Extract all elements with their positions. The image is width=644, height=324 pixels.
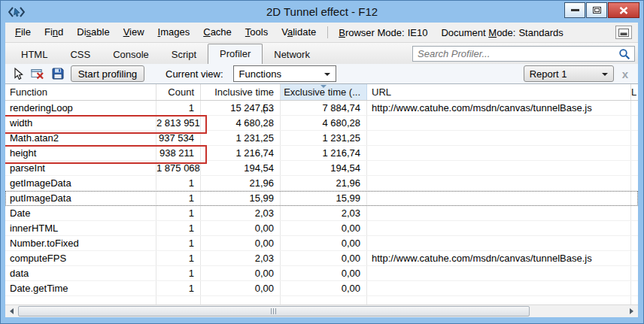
report-select-value: Report 1 xyxy=(530,68,567,80)
select-element-button[interactable] xyxy=(12,68,24,80)
table-row[interactable]: Date 1 2,03 2,03 xyxy=(5,206,638,221)
maximize-button[interactable] xyxy=(586,2,607,18)
menu-disable[interactable]: Disable xyxy=(70,23,116,42)
tab-console[interactable]: Console xyxy=(102,46,160,64)
scroll-right-button[interactable] xyxy=(625,305,638,317)
cell-line xyxy=(631,131,638,145)
table-row-selected[interactable]: putImageData 1 15,99 15,99 xyxy=(5,191,638,206)
clear-report-button[interactable] xyxy=(31,68,45,80)
tab-network[interactable]: Network xyxy=(263,46,321,64)
table-row[interactable]: Date.getTime 1 0,00 0,00 xyxy=(5,281,638,296)
cell-count: 1 xyxy=(156,251,201,265)
menu-cache[interactable]: Cache xyxy=(196,23,238,42)
minimize-button[interactable] xyxy=(564,2,585,18)
cell-inclusive: 1 216,74 xyxy=(201,146,281,160)
cell-exclusive: 21,96 xyxy=(281,176,367,190)
table-row-annotated[interactable]: height 938 211 1 216,74 1 216,74 xyxy=(5,146,638,161)
menu-tools[interactable]: Tools xyxy=(238,23,275,42)
table-row[interactable]: Number.toFixed 1 0,00 0,00 xyxy=(5,236,638,251)
cell-count: 1 xyxy=(156,221,201,235)
document-mode-menu[interactable]: Document Mode: xyxy=(435,27,518,38)
column-header-count[interactable]: Count xyxy=(156,84,201,100)
menu-separator xyxy=(327,26,328,38)
menu-validate[interactable]: Validate xyxy=(275,23,323,42)
scroll-left-button[interactable] xyxy=(5,305,18,317)
tab-strip: HTML CSS Console Script Profiler Network xyxy=(5,43,638,64)
scrollbar-grip-icon xyxy=(271,308,278,314)
cell-line xyxy=(631,176,638,190)
cell-inclusive: 0,00 xyxy=(201,236,281,250)
save-report-button[interactable] xyxy=(52,68,64,80)
cell-count: 2 813 951 xyxy=(156,116,201,130)
table-header: Function Count Inclusive time (... Exclu… xyxy=(5,84,638,101)
cell-count: 1 xyxy=(156,236,201,250)
cell-line xyxy=(631,116,638,130)
cell-inclusive: 15 247,53 xyxy=(201,101,281,115)
cell-function: data xyxy=(5,266,156,280)
tab-html[interactable]: HTML xyxy=(10,46,59,64)
cell-url xyxy=(367,221,631,235)
table-row-annotated[interactable]: width 2 813 951 4 680,28 4 680,28 xyxy=(5,116,638,131)
menu-find[interactable]: Find xyxy=(38,23,70,42)
browser-mode-menu[interactable]: Browser Mode: xyxy=(333,27,407,38)
cell-line xyxy=(631,266,638,280)
cell-count: 937 534 xyxy=(156,131,201,145)
cell-function: computeFPS xyxy=(5,251,156,265)
table-row[interactable]: getImageData 1 21,96 21,96 xyxy=(5,176,638,191)
minimize-icon xyxy=(571,9,579,11)
close-report-button[interactable]: x xyxy=(622,68,628,80)
column-header-line[interactable]: L xyxy=(631,84,638,100)
menu-view[interactable]: View xyxy=(117,23,151,42)
cell-inclusive: 0,00 xyxy=(201,221,281,235)
table-row[interactable]: Math.atan2 937 534 1 231,25 1 231,25 xyxy=(5,131,638,146)
table-body: renderingLoop 1 15 247,53 7 884,74 http:… xyxy=(5,101,638,304)
cell-count: 1 xyxy=(156,206,201,220)
view-select[interactable]: Functions xyxy=(233,65,336,82)
sort-descending-icon xyxy=(320,85,327,88)
cell-line xyxy=(631,221,638,235)
search-input[interactable] xyxy=(413,48,617,59)
cell-inclusive: 15,99 xyxy=(201,191,281,205)
search-icon[interactable] xyxy=(617,48,634,60)
document-mode-value: Standards xyxy=(518,27,570,38)
report-select[interactable]: Report 1 xyxy=(524,65,614,82)
cell-exclusive: 7 884,74 xyxy=(281,101,367,115)
cell-count: 1 xyxy=(156,191,201,205)
table-row[interactable]: innerHTML 1 0,00 0,00 xyxy=(5,221,638,236)
tab-profiler[interactable]: Profiler xyxy=(208,44,263,64)
cell-function: putImageData xyxy=(5,191,156,205)
cell-exclusive: 2,03 xyxy=(281,206,367,220)
cell-count: 1 xyxy=(156,281,201,295)
f12-tools-window: 2D Tunnel effect - F12 File Find Disable… xyxy=(0,0,644,324)
f12-content: File Find Disable View Images Cache Tool… xyxy=(5,23,638,317)
minimize-tools-button[interactable] xyxy=(615,26,632,39)
scrollbar-thumb[interactable] xyxy=(18,306,530,316)
table-row[interactable]: data 1 0,00 0,00 xyxy=(5,266,638,281)
current-view-label: Current view: xyxy=(166,68,223,80)
table-row[interactable]: renderingLoop 1 15 247,53 7 884,74 http:… xyxy=(5,101,638,116)
cell-function: getImageData xyxy=(5,176,156,190)
column-header-function[interactable]: Function xyxy=(5,84,156,100)
column-header-inclusive-time[interactable]: Inclusive time (... xyxy=(201,84,281,100)
table-row[interactable]: computeFPS 1 2,03 0,00 http://www.catuhe… xyxy=(5,251,638,266)
empty-grid-area xyxy=(5,296,638,304)
cell-line xyxy=(631,251,638,265)
cell-exclusive: 0,00 xyxy=(281,236,367,250)
cell-exclusive: 194,54 xyxy=(281,161,367,175)
cell-exclusive: 0,00 xyxy=(281,266,367,280)
table-row[interactable]: parseInt 1 875 068 194,54 194,54 xyxy=(5,161,638,176)
tab-css[interactable]: CSS xyxy=(59,46,102,64)
minimize-pane-icon xyxy=(618,29,629,37)
cell-inclusive: 21,96 xyxy=(201,176,281,190)
horizontal-scrollbar[interactable] xyxy=(5,304,638,317)
start-profiling-button[interactable]: Start profiling xyxy=(71,65,144,82)
column-header-exclusive-time[interactable]: Exclusive time (... xyxy=(281,84,367,100)
tab-script[interactable]: Script xyxy=(160,46,208,64)
close-button[interactable] xyxy=(608,2,639,18)
browser-mode-value: IE10 xyxy=(408,27,436,38)
column-header-url[interactable]: URL xyxy=(367,84,631,100)
cell-line xyxy=(631,101,638,115)
menu-file[interactable]: File xyxy=(8,23,38,42)
menu-images[interactable]: Images xyxy=(151,23,197,42)
cell-inclusive: 0,00 xyxy=(201,266,281,280)
